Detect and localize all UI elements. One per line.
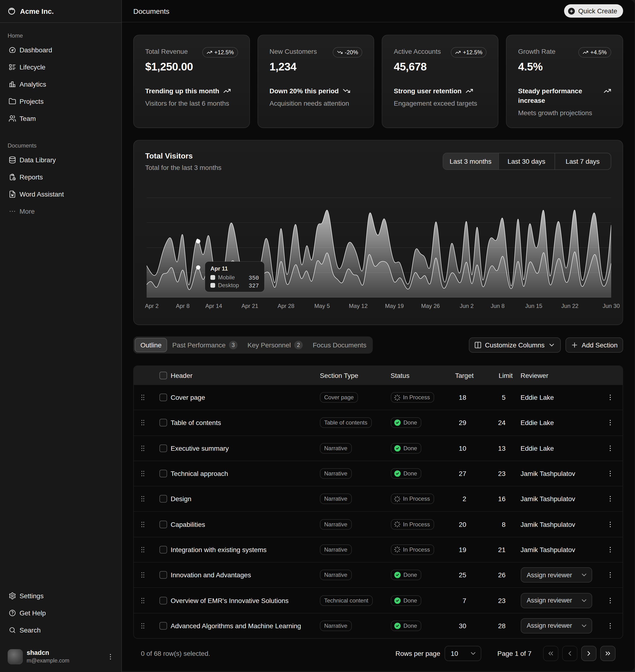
svg-text:Apr 2: Apr 2 — [145, 303, 158, 309]
svg-text:Jun 2: Jun 2 — [460, 303, 474, 309]
svg-text:Jun 8: Jun 8 — [490, 303, 505, 309]
svg-text:Apr 11: Apr 11 — [211, 265, 228, 272]
svg-text:May 19: May 19 — [385, 303, 404, 309]
svg-text:Apr 21: Apr 21 — [241, 303, 258, 309]
svg-text:May 12: May 12 — [349, 303, 368, 309]
svg-text:Jun 15: Jun 15 — [525, 303, 542, 309]
svg-text:Jun 30: Jun 30 — [603, 303, 620, 309]
svg-text:Jun 22: Jun 22 — [561, 303, 578, 309]
svg-text:Mobile: Mobile — [218, 274, 235, 281]
svg-text:327: 327 — [249, 283, 259, 289]
svg-text:Apr 28: Apr 28 — [278, 303, 294, 309]
svg-text:May 26: May 26 — [421, 303, 440, 309]
svg-text:350: 350 — [249, 275, 259, 281]
svg-text:Desktop: Desktop — [218, 282, 239, 288]
svg-text:Apr 14: Apr 14 — [205, 303, 222, 309]
svg-text:Apr 8: Apr 8 — [176, 303, 190, 309]
svg-text:May 5: May 5 — [314, 303, 330, 309]
